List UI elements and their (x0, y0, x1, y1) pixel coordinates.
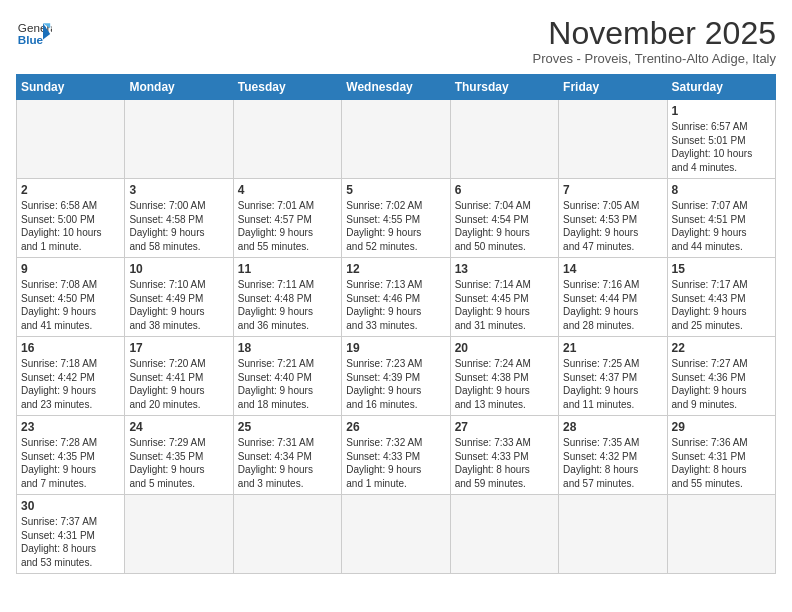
calendar-cell (667, 495, 775, 574)
day-info: Sunrise: 7:21 AM Sunset: 4:40 PM Dayligh… (238, 357, 337, 411)
calendar-cell: 30Sunrise: 7:37 AM Sunset: 4:31 PM Dayli… (17, 495, 125, 574)
day-info: Sunrise: 7:37 AM Sunset: 4:31 PM Dayligh… (21, 515, 120, 569)
calendar-cell (125, 100, 233, 179)
calendar-cell: 9Sunrise: 7:08 AM Sunset: 4:50 PM Daylig… (17, 258, 125, 337)
calendar-cell: 13Sunrise: 7:14 AM Sunset: 4:45 PM Dayli… (450, 258, 558, 337)
day-info: Sunrise: 6:57 AM Sunset: 5:01 PM Dayligh… (672, 120, 771, 174)
day-number: 20 (455, 341, 554, 355)
day-info: Sunrise: 7:10 AM Sunset: 4:49 PM Dayligh… (129, 278, 228, 332)
calendar-cell (233, 100, 341, 179)
day-number: 21 (563, 341, 662, 355)
calendar-cell: 27Sunrise: 7:33 AM Sunset: 4:33 PM Dayli… (450, 416, 558, 495)
calendar-week-row: 23Sunrise: 7:28 AM Sunset: 4:35 PM Dayli… (17, 416, 776, 495)
day-info: Sunrise: 7:28 AM Sunset: 4:35 PM Dayligh… (21, 436, 120, 490)
day-number: 23 (21, 420, 120, 434)
day-info: Sunrise: 7:32 AM Sunset: 4:33 PM Dayligh… (346, 436, 445, 490)
calendar-cell: 3Sunrise: 7:00 AM Sunset: 4:58 PM Daylig… (125, 179, 233, 258)
calendar-cell: 7Sunrise: 7:05 AM Sunset: 4:53 PM Daylig… (559, 179, 667, 258)
calendar-week-row: 9Sunrise: 7:08 AM Sunset: 4:50 PM Daylig… (17, 258, 776, 337)
day-number: 3 (129, 183, 228, 197)
day-info: Sunrise: 7:24 AM Sunset: 4:38 PM Dayligh… (455, 357, 554, 411)
calendar-cell: 19Sunrise: 7:23 AM Sunset: 4:39 PM Dayli… (342, 337, 450, 416)
calendar-cell (342, 495, 450, 574)
day-number: 29 (672, 420, 771, 434)
calendar-week-row: 16Sunrise: 7:18 AM Sunset: 4:42 PM Dayli… (17, 337, 776, 416)
day-info: Sunrise: 7:36 AM Sunset: 4:31 PM Dayligh… (672, 436, 771, 490)
day-number: 5 (346, 183, 445, 197)
day-number: 4 (238, 183, 337, 197)
calendar-cell: 15Sunrise: 7:17 AM Sunset: 4:43 PM Dayli… (667, 258, 775, 337)
weekday-header-row: SundayMondayTuesdayWednesdayThursdayFrid… (17, 75, 776, 100)
month-title: November 2025 (533, 16, 777, 51)
day-info: Sunrise: 7:17 AM Sunset: 4:43 PM Dayligh… (672, 278, 771, 332)
day-number: 8 (672, 183, 771, 197)
calendar-cell: 21Sunrise: 7:25 AM Sunset: 4:37 PM Dayli… (559, 337, 667, 416)
calendar-cell (125, 495, 233, 574)
day-info: Sunrise: 7:27 AM Sunset: 4:36 PM Dayligh… (672, 357, 771, 411)
day-number: 22 (672, 341, 771, 355)
calendar-cell (233, 495, 341, 574)
day-info: Sunrise: 7:14 AM Sunset: 4:45 PM Dayligh… (455, 278, 554, 332)
calendar-cell: 25Sunrise: 7:31 AM Sunset: 4:34 PM Dayli… (233, 416, 341, 495)
weekday-header-wednesday: Wednesday (342, 75, 450, 100)
day-info: Sunrise: 7:25 AM Sunset: 4:37 PM Dayligh… (563, 357, 662, 411)
day-info: Sunrise: 7:13 AM Sunset: 4:46 PM Dayligh… (346, 278, 445, 332)
day-number: 19 (346, 341, 445, 355)
calendar-cell: 11Sunrise: 7:11 AM Sunset: 4:48 PM Dayli… (233, 258, 341, 337)
day-info: Sunrise: 7:02 AM Sunset: 4:55 PM Dayligh… (346, 199, 445, 253)
day-number: 7 (563, 183, 662, 197)
weekday-header-friday: Friday (559, 75, 667, 100)
calendar-cell: 6Sunrise: 7:04 AM Sunset: 4:54 PM Daylig… (450, 179, 558, 258)
day-number: 30 (21, 499, 120, 513)
calendar-cell: 12Sunrise: 7:13 AM Sunset: 4:46 PM Dayli… (342, 258, 450, 337)
day-info: Sunrise: 7:16 AM Sunset: 4:44 PM Dayligh… (563, 278, 662, 332)
calendar-cell: 24Sunrise: 7:29 AM Sunset: 4:35 PM Dayli… (125, 416, 233, 495)
day-number: 27 (455, 420, 554, 434)
calendar-cell: 1Sunrise: 6:57 AM Sunset: 5:01 PM Daylig… (667, 100, 775, 179)
day-number: 1 (672, 104, 771, 118)
calendar-table: SundayMondayTuesdayWednesdayThursdayFrid… (16, 74, 776, 574)
calendar-cell (17, 100, 125, 179)
day-info: Sunrise: 7:08 AM Sunset: 4:50 PM Dayligh… (21, 278, 120, 332)
day-number: 24 (129, 420, 228, 434)
calendar-cell (450, 100, 558, 179)
day-number: 15 (672, 262, 771, 276)
calendar-cell (450, 495, 558, 574)
calendar-cell: 2Sunrise: 6:58 AM Sunset: 5:00 PM Daylig… (17, 179, 125, 258)
calendar-cell: 17Sunrise: 7:20 AM Sunset: 4:41 PM Dayli… (125, 337, 233, 416)
day-info: Sunrise: 7:18 AM Sunset: 4:42 PM Dayligh… (21, 357, 120, 411)
calendar-cell: 18Sunrise: 7:21 AM Sunset: 4:40 PM Dayli… (233, 337, 341, 416)
calendar-cell (559, 100, 667, 179)
calendar-cell: 28Sunrise: 7:35 AM Sunset: 4:32 PM Dayli… (559, 416, 667, 495)
calendar-cell: 4Sunrise: 7:01 AM Sunset: 4:57 PM Daylig… (233, 179, 341, 258)
calendar-week-row: 1Sunrise: 6:57 AM Sunset: 5:01 PM Daylig… (17, 100, 776, 179)
weekday-header-saturday: Saturday (667, 75, 775, 100)
day-info: Sunrise: 7:35 AM Sunset: 4:32 PM Dayligh… (563, 436, 662, 490)
day-number: 10 (129, 262, 228, 276)
day-info: Sunrise: 7:11 AM Sunset: 4:48 PM Dayligh… (238, 278, 337, 332)
calendar-cell: 29Sunrise: 7:36 AM Sunset: 4:31 PM Dayli… (667, 416, 775, 495)
day-info: Sunrise: 7:29 AM Sunset: 4:35 PM Dayligh… (129, 436, 228, 490)
day-number: 6 (455, 183, 554, 197)
page-header: General Blue November 2025 Proves - Prov… (16, 16, 776, 66)
logo: General Blue (16, 16, 52, 52)
day-info: Sunrise: 7:05 AM Sunset: 4:53 PM Dayligh… (563, 199, 662, 253)
calendar-cell: 10Sunrise: 7:10 AM Sunset: 4:49 PM Dayli… (125, 258, 233, 337)
day-number: 13 (455, 262, 554, 276)
day-number: 17 (129, 341, 228, 355)
calendar-week-row: 2Sunrise: 6:58 AM Sunset: 5:00 PM Daylig… (17, 179, 776, 258)
day-info: Sunrise: 7:07 AM Sunset: 4:51 PM Dayligh… (672, 199, 771, 253)
svg-text:Blue: Blue (18, 33, 44, 46)
logo-icon: General Blue (16, 16, 52, 52)
day-info: Sunrise: 7:00 AM Sunset: 4:58 PM Dayligh… (129, 199, 228, 253)
day-number: 16 (21, 341, 120, 355)
weekday-header-monday: Monday (125, 75, 233, 100)
calendar-cell: 23Sunrise: 7:28 AM Sunset: 4:35 PM Dayli… (17, 416, 125, 495)
calendar-cell: 16Sunrise: 7:18 AM Sunset: 4:42 PM Dayli… (17, 337, 125, 416)
day-number: 12 (346, 262, 445, 276)
day-info: Sunrise: 7:20 AM Sunset: 4:41 PM Dayligh… (129, 357, 228, 411)
day-number: 26 (346, 420, 445, 434)
day-number: 9 (21, 262, 120, 276)
calendar-cell: 26Sunrise: 7:32 AM Sunset: 4:33 PM Dayli… (342, 416, 450, 495)
day-info: Sunrise: 7:31 AM Sunset: 4:34 PM Dayligh… (238, 436, 337, 490)
